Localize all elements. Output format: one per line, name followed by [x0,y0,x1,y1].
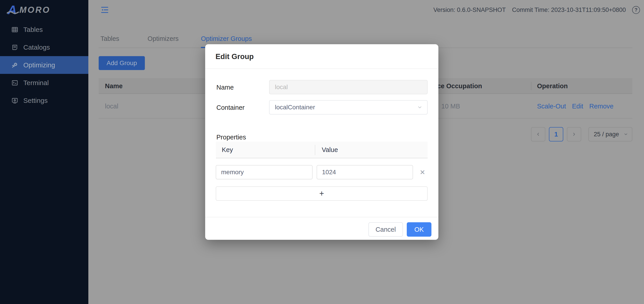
commit-time-text: Commit Time: 2023-10-31T11:09:50+0800 [512,7,626,14]
version-text: Version: 0.6.0-SNAPSHOT [434,7,506,14]
edit-link[interactable]: Edit [572,94,583,118]
remove-link[interactable]: Remove [589,94,614,118]
properties-table-header: Key Value [216,142,428,158]
page-size-value: 25 / page [594,131,619,138]
add-group-button[interactable]: Add Group [99,56,145,70]
add-property-button[interactable]: + [216,186,428,201]
modal-header-divider [205,68,438,69]
remove-property-icon[interactable]: ✕ [416,165,428,179]
chevron-left-icon [536,132,541,137]
settings-monitor-icon [11,97,18,104]
prop-header-separator [315,145,315,155]
logo-wordmark: MORO [19,5,50,15]
tab-tables[interactable]: Tables [100,30,119,48]
menu-fold-icon[interactable] [100,6,109,14]
modal-footer-divider [205,217,438,217]
topbar-right: Version: 0.6.0-SNAPSHOT Commit Time: 202… [434,0,640,20]
table-grid-icon [11,26,18,33]
tab-optimizers[interactable]: Optimizers [148,30,179,48]
cancel-button[interactable]: Cancel [368,222,403,237]
property-key-input[interactable] [216,165,312,179]
header-separator [531,82,532,90]
sidebar-item-terminal[interactable]: Terminal [0,74,88,92]
logo-wave-icon [7,10,21,15]
terminal-icon [11,79,18,86]
pagination-prev-button[interactable] [531,127,545,141]
prop-key-header: Key [222,142,233,158]
sidebar-item-label: Settings [23,97,48,104]
topbar: Version: 0.6.0-SNAPSHOT Commit Time: 202… [88,0,644,20]
page-size-select[interactable]: 25 / page [588,127,632,141]
sidebar: A MORO Tables Catalogs [0,0,88,304]
edit-group-modal: Edit Group Name Container localContainer… [205,44,438,240]
name-label: Name [216,84,234,91]
group-name-input [269,80,428,94]
cell-resource-occupation: 10 MB [441,94,460,118]
scale-out-link[interactable]: Scale-Out [537,94,566,118]
sidebar-item-tables[interactable]: Tables [0,21,88,38]
catalog-document-icon [11,44,18,51]
sidebar-item-label: Terminal [23,79,49,87]
sidebar-item-catalogs[interactable]: Catalogs [0,38,88,56]
sidebar-item-label: Optimizing [23,61,55,69]
container-label: Container [216,104,245,111]
properties-label: Properties [216,133,246,141]
property-value-input[interactable] [316,165,413,179]
sidebar-item-label: Tables [23,26,43,34]
chevron-down-icon [417,104,423,110]
pagination-next-button[interactable] [567,127,581,141]
modal-title: Edit Group [216,52,254,61]
sidebar-item-optimizing[interactable]: Optimizing [0,56,88,74]
row-operations: Scale-Out Edit Remove [537,94,614,118]
column-header-name: Name [105,78,123,94]
sidebar-item-settings[interactable]: Settings [0,92,88,109]
chevron-down-icon [623,132,628,137]
container-select[interactable]: localContainer [269,100,428,114]
pagination-page-1[interactable]: 1 [549,127,563,141]
column-header-operation: Operation [537,78,568,94]
sidebar-item-label: Catalogs [23,44,50,51]
chevron-right-icon [572,132,576,137]
question-circle-icon[interactable]: ? [632,6,640,14]
cell-group-name: local [105,94,118,118]
ok-button[interactable]: OK [407,222,432,237]
sidebar-menu: Tables Catalogs Optimizing Ter [0,21,88,109]
container-select-value: localContainer [275,104,315,111]
amoro-logo[interactable]: A MORO [8,3,50,17]
optimize-gear-arrows-icon [11,62,18,69]
prop-value-header: Value [322,142,338,158]
logo-a-mark: A [8,3,16,17]
